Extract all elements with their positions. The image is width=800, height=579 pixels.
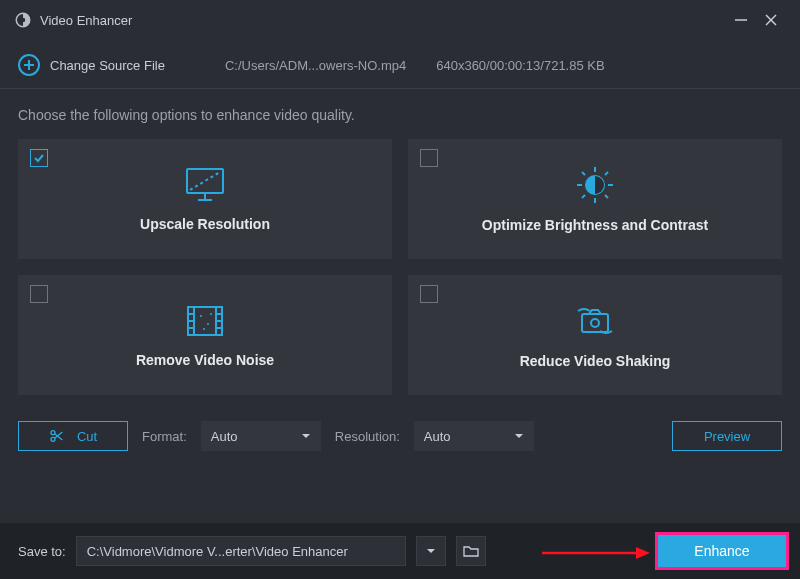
cut-label: Cut <box>77 429 97 444</box>
svg-line-8 <box>190 172 220 190</box>
svg-line-18 <box>582 195 585 198</box>
close-button[interactable] <box>756 5 786 35</box>
enhance-label: Enhance <box>694 543 749 559</box>
titlebar: Video Enhancer <box>0 0 800 40</box>
checkbox-noise[interactable] <box>30 285 48 303</box>
annotation-arrow <box>540 543 650 563</box>
option-label: Optimize Brightness and Contrast <box>482 217 708 233</box>
svg-point-29 <box>200 315 202 317</box>
camera-shake-icon <box>572 301 618 341</box>
svg-rect-33 <box>582 314 608 332</box>
svg-point-30 <box>207 323 209 325</box>
save-path-dropdown[interactable] <box>416 536 446 566</box>
resolution-value: Auto <box>424 429 451 444</box>
enhance-options-grid: Upscale Resolution Optimize Brightness a… <box>0 133 800 395</box>
svg-point-31 <box>203 328 205 330</box>
format-value: Auto <box>211 429 238 444</box>
checkbox-shaking[interactable] <box>420 285 438 303</box>
option-upscale-resolution[interactable]: Upscale Resolution <box>18 139 392 259</box>
scissors-icon <box>49 428 65 444</box>
svg-point-32 <box>210 313 212 315</box>
change-source-link[interactable]: Change Source File <box>50 58 165 73</box>
resolution-label: Resolution: <box>335 429 400 444</box>
option-reduce-shaking[interactable]: Reduce Video Shaking <box>408 275 782 395</box>
instruction-text: Choose the following options to enhance … <box>0 89 800 133</box>
preview-label: Preview <box>704 429 750 444</box>
open-folder-button[interactable] <box>456 536 486 566</box>
option-label: Remove Video Noise <box>136 352 274 368</box>
controls-row: Cut Format: Auto Resolution: Auto Previe… <box>0 395 800 451</box>
format-select[interactable]: Auto <box>201 421 321 451</box>
add-source-button[interactable] <box>18 54 40 76</box>
svg-point-34 <box>591 319 599 327</box>
film-noise-icon <box>184 302 226 340</box>
footer: Save to: C:\Vidmore\Vidmore V...erter\Vi… <box>0 523 800 579</box>
app-logo-icon <box>14 11 32 29</box>
brightness-icon <box>573 165 617 205</box>
svg-line-16 <box>582 172 585 175</box>
enhance-button[interactable]: Enhance <box>658 535 786 567</box>
chevron-down-icon <box>301 431 311 441</box>
source-metadata: 640x360/00:00:13/721.85 KB <box>436 58 604 73</box>
option-remove-noise[interactable]: Remove Video Noise <box>18 275 392 395</box>
window-title: Video Enhancer <box>40 13 132 28</box>
option-brightness-contrast[interactable]: Optimize Brightness and Contrast <box>408 139 782 259</box>
option-label: Reduce Video Shaking <box>520 353 671 369</box>
format-label: Format: <box>142 429 187 444</box>
save-path-value: C:\Vidmore\Vidmore V...erter\Video Enhan… <box>87 544 348 559</box>
checkbox-brightness[interactable] <box>420 149 438 167</box>
cut-button[interactable]: Cut <box>18 421 128 451</box>
checkbox-upscale[interactable] <box>30 149 48 167</box>
source-path: C:/Users/ADM...owers-NO.mp4 <box>225 58 406 73</box>
preview-button[interactable]: Preview <box>672 421 782 451</box>
monitor-icon <box>184 166 226 204</box>
svg-line-17 <box>605 195 608 198</box>
resolution-select[interactable]: Auto <box>414 421 534 451</box>
save-path-field[interactable]: C:\Vidmore\Vidmore V...erter\Video Enhan… <box>76 536 406 566</box>
svg-line-19 <box>605 172 608 175</box>
minimize-button[interactable] <box>726 5 756 35</box>
source-row: Change Source File C:/Users/ADM...owers-… <box>0 40 800 88</box>
option-label: Upscale Resolution <box>140 216 270 232</box>
chevron-down-icon <box>514 431 524 441</box>
svg-point-1 <box>21 18 26 23</box>
svg-marker-40 <box>636 547 650 559</box>
save-to-label: Save to: <box>18 544 66 559</box>
